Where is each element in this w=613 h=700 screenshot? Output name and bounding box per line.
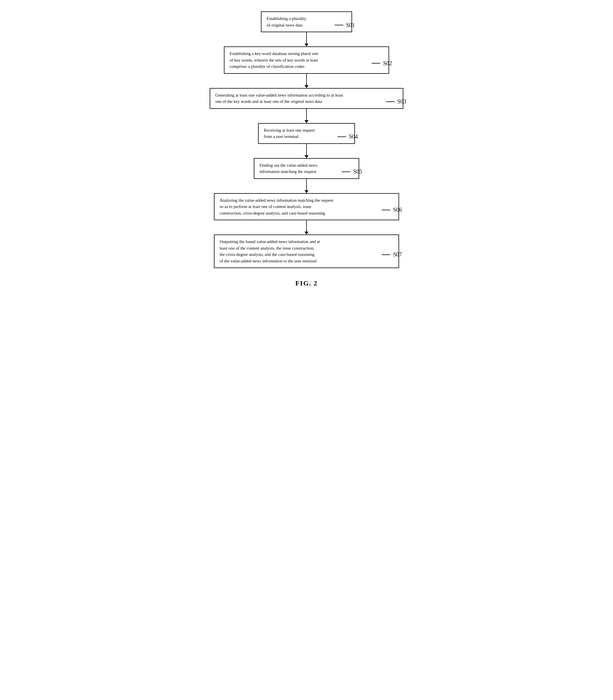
arrow-6-head xyxy=(304,232,309,234)
box-s06: Analyzing the value-added news informati… xyxy=(214,193,399,221)
arrow-4-head xyxy=(304,155,309,158)
arrow-6-line xyxy=(306,220,307,232)
box-s01-text: Establishing a plurality of original new… xyxy=(266,16,306,27)
arrow-1-line xyxy=(306,32,307,43)
box-s04-text: Receiving at least one request from a us… xyxy=(264,128,315,139)
diagram-container: Establishing a plurality of original new… xyxy=(198,11,415,287)
figure-label: FIG. 2 xyxy=(296,280,318,287)
row-s06: Analyzing the value-added news informati… xyxy=(198,193,415,221)
box-s06-text: Analyzing the value-added news informati… xyxy=(220,198,333,216)
s06-connector: S06 xyxy=(382,207,402,213)
box-s02-text: Establishing a key-word database storing… xyxy=(230,51,318,69)
row-s01: Establishing a plurality of original new… xyxy=(198,11,415,32)
arrow-4-line xyxy=(306,144,307,155)
s05-line xyxy=(342,171,350,172)
box-s07-text: Outputting the found value-added news in… xyxy=(220,239,320,263)
s07-connector: S07 xyxy=(382,251,402,258)
s07-line xyxy=(382,255,390,255)
arrow-1 xyxy=(304,32,309,47)
arrow-4 xyxy=(304,144,309,158)
arrow-3-head xyxy=(304,120,309,123)
arrow-3-line xyxy=(306,109,307,120)
s05-label: S05 xyxy=(353,168,362,175)
box-s02: Establishing a key-word database storing… xyxy=(224,47,389,74)
row-s02: Establishing a key-word database storing… xyxy=(198,47,415,74)
s01-label: S01 xyxy=(346,22,355,28)
arrow-5 xyxy=(304,179,309,193)
row-s03: Generating at least one value-added news… xyxy=(198,88,415,109)
s04-label: S04 xyxy=(349,133,358,140)
s06-label: S06 xyxy=(393,207,402,213)
arrow-2 xyxy=(304,74,309,88)
row-s05: Finding out the value-added news informa… xyxy=(198,158,415,179)
s02-line xyxy=(372,63,380,64)
arrow-3 xyxy=(304,109,309,123)
s02-label: S02 xyxy=(383,60,392,67)
s06-line xyxy=(382,210,390,210)
s01-connector: S01 xyxy=(335,22,355,28)
s04-connector: S04 xyxy=(338,133,358,140)
s01-line xyxy=(335,25,343,25)
s03-line xyxy=(386,101,394,102)
s02-connector: S02 xyxy=(372,60,392,67)
arrow-2-head xyxy=(304,85,309,88)
arrow-1-head xyxy=(304,43,309,47)
arrow-2-line xyxy=(306,74,307,85)
row-s04: Receiving at least one request from a us… xyxy=(198,123,415,144)
s03-connector: S03 xyxy=(386,98,406,105)
arrow-6 xyxy=(304,220,309,234)
box-s03: Generating at least one value-added news… xyxy=(210,88,403,109)
box-s05-text: Finding out the value-added news informa… xyxy=(260,163,317,174)
s03-label: S03 xyxy=(397,98,406,105)
s04-line xyxy=(338,137,346,137)
arrow-5-head xyxy=(304,190,309,193)
row-s07: Outputting the found value-added news in… xyxy=(198,234,415,268)
box-s03-text: Generating at least one value-added news… xyxy=(216,93,343,104)
arrow-5-line xyxy=(306,179,307,190)
box-s07: Outputting the found value-added news in… xyxy=(214,234,399,268)
s05-connector: S05 xyxy=(342,168,362,175)
s07-label: S07 xyxy=(393,251,402,258)
